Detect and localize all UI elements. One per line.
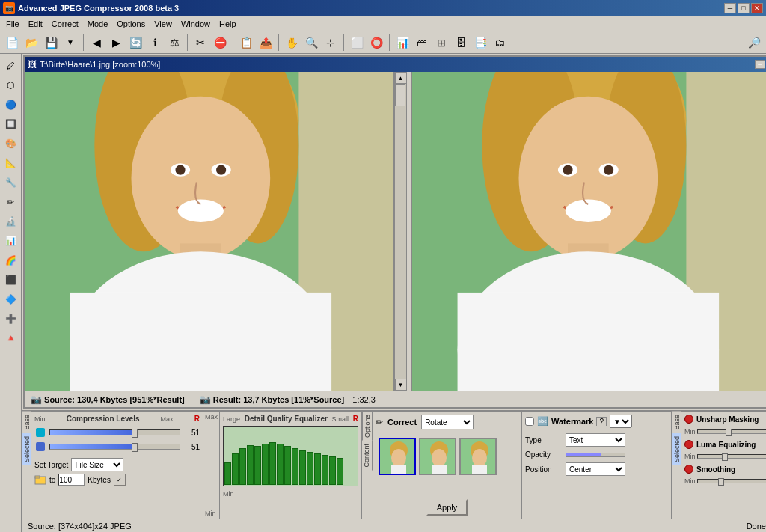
unsharp-radio[interactable]	[684, 415, 693, 424]
dq-bar-4[interactable]	[247, 445, 254, 485]
hand-tool[interactable]: ✋	[283, 34, 301, 52]
rect-tool[interactable]: ⬜	[348, 34, 366, 52]
panel-divider[interactable]	[406, 72, 412, 391]
right-selected-tab[interactable]: Selected	[672, 433, 681, 465]
content-tab[interactable]: Content	[362, 441, 373, 471]
unsharp-slider1[interactable]	[697, 429, 766, 434]
thumb-2[interactable]	[419, 438, 456, 475]
menu-file[interactable]: File	[1, 18, 24, 30]
zoom-tool[interactable]: 🔍	[302, 34, 320, 52]
sidebar-btn-11[interactable]: 🌈	[1, 251, 19, 269]
sidebar-btn-8[interactable]: ✏	[1, 193, 19, 211]
scroll-up-btn[interactable]: ▲	[395, 72, 407, 84]
sidebar-btn-3[interactable]: 🔵	[1, 96, 19, 114]
close-button[interactable]: ✕	[751, 3, 763, 13]
open-button[interactable]: 📂	[22, 34, 40, 52]
base-tab[interactable]: Base	[22, 412, 31, 433]
comp-slider2-thumb[interactable]	[132, 443, 138, 452]
sidebar-btn-6[interactable]: 📐	[1, 154, 19, 172]
select-tool[interactable]: ⊹	[322, 34, 340, 52]
sidebar-btn-15[interactable]: 🔺	[1, 329, 19, 347]
kbytes-input[interactable]	[58, 474, 85, 486]
apply-button[interactable]: Apply	[426, 499, 468, 516]
comp-slider1-thumb[interactable]	[132, 429, 138, 438]
sidebar-btn-13[interactable]: 🔷	[1, 290, 19, 308]
sidebar-btn-14[interactable]: ➕	[1, 310, 19, 328]
sidebar-btn-9[interactable]: 🔬	[1, 213, 19, 230]
tool6f[interactable]: 🗂	[491, 34, 509, 52]
menu-view[interactable]: View	[150, 18, 177, 30]
thumb-1[interactable]	[379, 438, 416, 475]
dq-equalizer[interactable]	[223, 426, 358, 486]
scroll-thumb[interactable]	[395, 84, 405, 106]
luma-thumb[interactable]	[722, 453, 728, 461]
right-base-tab[interactable]: Base	[672, 412, 681, 433]
dq-bar-9[interactable]	[284, 446, 291, 485]
wm-type-select[interactable]: Text	[566, 433, 625, 447]
dq-bar-10[interactable]	[292, 448, 298, 485]
tool6b[interactable]: 🗃	[413, 34, 431, 52]
dq-bar-16[interactable]	[337, 458, 343, 485]
stop-button[interactable]: ⛔	[211, 34, 229, 52]
wm-position-select[interactable]: Center	[566, 462, 625, 476]
img-win-minimize[interactable]: ─	[755, 60, 765, 69]
thumb-3[interactable]	[459, 438, 497, 475]
smooth-radio[interactable]	[684, 465, 693, 474]
sidebar-btn-1[interactable]: 🖊	[1, 57, 19, 75]
wm-help[interactable]: ?	[596, 417, 607, 426]
sidebar-btn-2[interactable]: ⬡	[1, 76, 19, 94]
info-button[interactable]: ℹ	[146, 34, 164, 52]
sidebar-btn-10[interactable]: 📊	[1, 232, 19, 250]
kbytes-apply-btn[interactable]: ✓	[114, 474, 126, 486]
sidebar-btn-4[interactable]: 🔲	[1, 115, 19, 133]
wm-checkbox[interactable]	[525, 417, 534, 426]
zoom-in-button[interactable]: 🔎	[745, 34, 763, 52]
tool6c[interactable]: ⊞	[432, 34, 450, 52]
menu-edit[interactable]: Edit	[24, 18, 47, 30]
luma-radio[interactable]	[684, 440, 693, 449]
cut-button[interactable]: ✂	[192, 34, 209, 52]
dq-bar-14[interactable]	[322, 455, 328, 485]
luma-slider[interactable]	[697, 454, 766, 459]
result-image-panel[interactable]	[412, 72, 766, 391]
new-button[interactable]: 📄	[3, 34, 21, 52]
dq-bar-12[interactable]	[307, 452, 313, 485]
sidebar-btn-5[interactable]: 🎨	[1, 135, 19, 153]
file-size-select[interactable]: File Size	[71, 458, 123, 471]
dq-bar-7[interactable]	[269, 442, 276, 485]
menu-correct[interactable]: Correct	[47, 18, 83, 30]
dq-bar-6[interactable]	[262, 444, 269, 485]
wm-dropdown[interactable]: ▼	[610, 415, 632, 428]
tool4a[interactable]: 📋	[237, 34, 255, 52]
scroll-track[interactable]	[395, 84, 406, 379]
dq-bar-11[interactable]	[299, 450, 306, 485]
refresh-button[interactable]: 🔄	[126, 34, 144, 52]
tool6d[interactable]: 🗄	[452, 34, 470, 52]
save-options-button[interactable]: ▼	[61, 34, 79, 52]
dq-bar-8[interactable]	[277, 444, 284, 485]
menu-window[interactable]: Window	[177, 18, 215, 30]
options-tab[interactable]: Options	[362, 412, 373, 441]
sidebar-btn-12[interactable]: ⬛	[1, 271, 19, 289]
minimize-button[interactable]: ─	[724, 3, 736, 13]
wm-opacity-slider[interactable]	[566, 453, 625, 457]
smooth-slider[interactable]	[697, 479, 766, 483]
maximize-button[interactable]: □	[738, 3, 750, 13]
unsharp-thumb1[interactable]	[726, 429, 732, 436]
smooth-thumb[interactable]	[718, 478, 724, 486]
selected-tab[interactable]: Selected	[22, 433, 31, 465]
dq-bar-3[interactable]	[239, 448, 246, 485]
tool6a[interactable]: 📊	[393, 34, 411, 52]
ellipse-tool[interactable]: ⭕	[367, 34, 385, 52]
dq-bar-13[interactable]	[314, 453, 321, 485]
menu-options[interactable]: Options	[112, 18, 150, 30]
tool4b[interactable]: 📤	[257, 34, 275, 52]
prev-button[interactable]: ◀	[88, 34, 105, 52]
dq-bar-1[interactable]	[224, 462, 231, 485]
next-button[interactable]: ▶	[107, 34, 125, 52]
comp-slider2-track[interactable]	[49, 444, 180, 450]
menu-mode[interactable]: Mode	[83, 18, 113, 30]
dq-bar-15[interactable]	[329, 456, 336, 485]
comp-slider1-track[interactable]	[49, 429, 180, 435]
dq-bar-2[interactable]	[232, 453, 239, 485]
